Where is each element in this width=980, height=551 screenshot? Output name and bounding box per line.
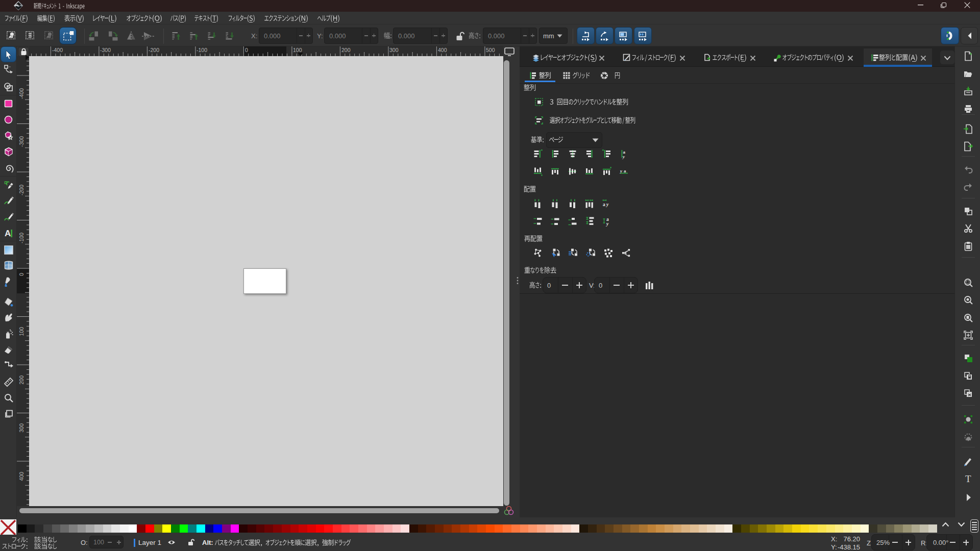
svg-text:a: a <box>603 202 605 207</box>
svg-text:y: y <box>622 154 625 159</box>
svg-text:y: y <box>606 202 609 207</box>
svg-text:T: T <box>965 473 971 484</box>
svg-text:A: A <box>5 229 11 238</box>
svg-text:a: a <box>624 168 626 173</box>
svg-text:y: y <box>606 221 609 227</box>
svg-text:y: y <box>620 168 623 173</box>
